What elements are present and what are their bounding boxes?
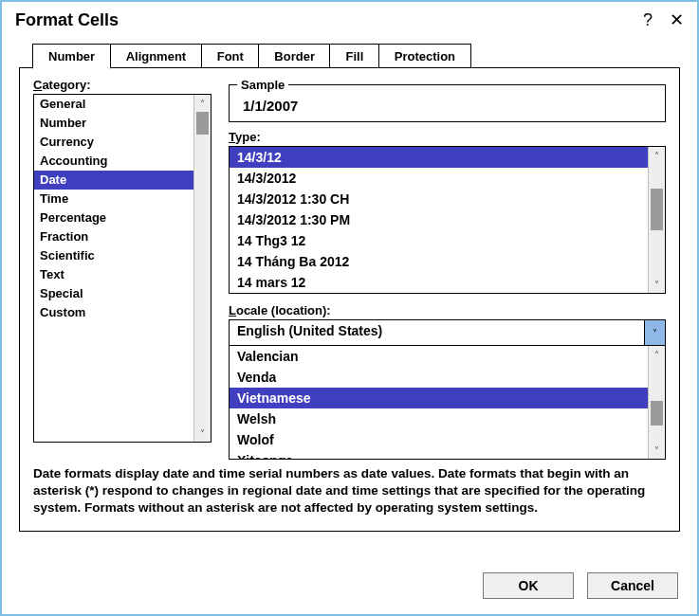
scroll-down-icon[interactable]: ˅ <box>194 425 211 442</box>
tab-border[interactable]: Border <box>258 44 331 67</box>
type-label: Type: <box>229 130 666 144</box>
ok-button[interactable]: OK <box>483 572 574 599</box>
category-scrollbar[interactable]: ˄ ˅ <box>193 95 211 442</box>
scroll-thumb[interactable] <box>651 401 663 426</box>
chevron-down-icon[interactable]: ˅ <box>644 320 665 345</box>
right-column: Sample 1/1/2007 Type: 14/3/1214/3/201214… <box>229 78 666 460</box>
sample-legend: Sample <box>237 78 288 92</box>
category-label-rest: ategory: <box>42 78 90 92</box>
category-item[interactable]: Custom <box>34 303 193 322</box>
category-item[interactable]: Percentage <box>34 208 193 227</box>
category-item[interactable]: Time <box>34 190 193 208</box>
locale-item[interactable]: Wolof <box>230 429 648 450</box>
type-scrollbar[interactable]: ˄ ˅ <box>648 147 665 293</box>
type-item[interactable]: 14/3/2012 1:30 CH <box>230 189 648 209</box>
tab-panel-number: Category: GeneralNumberCurrencyAccountin… <box>19 67 680 532</box>
tab-alignment[interactable]: Alignment <box>110 44 203 67</box>
help-button[interactable]: ? <box>643 10 653 30</box>
category-item[interactable]: Number <box>34 114 193 133</box>
category-column: Category: GeneralNumberCurrencyAccountin… <box>33 78 212 460</box>
category-item[interactable]: Fraction <box>34 227 193 246</box>
sample-groupbox: Sample 1/1/2007 <box>229 78 666 122</box>
type-label-rest: ype: <box>235 130 261 144</box>
category-label-accel: C <box>33 78 42 92</box>
scroll-thumb[interactable] <box>196 112 209 135</box>
category-label: Category: <box>33 78 212 92</box>
scroll-down-icon[interactable]: ˅ <box>649 276 665 293</box>
category-item[interactable]: Text <box>34 265 193 284</box>
locale-item[interactable]: Vietnamese <box>230 388 648 408</box>
type-item[interactable]: 14 Thg3 12 <box>230 230 648 251</box>
scroll-up-icon[interactable]: ˄ <box>649 147 665 164</box>
tab-strip: NumberAlignmentFontBorderFillProtection <box>32 44 680 67</box>
panel-columns: Category: GeneralNumberCurrencyAccountin… <box>33 78 666 460</box>
scroll-up-icon[interactable]: ˄ <box>194 95 211 112</box>
system-buttons: ? ✕ <box>643 9 684 30</box>
locale-combobox[interactable]: English (United States) ˅ <box>229 319 666 346</box>
cancel-button[interactable]: Cancel <box>587 572 678 599</box>
category-item[interactable]: Date <box>34 171 193 190</box>
locale-label-rest: ocale (location): <box>236 303 331 317</box>
sample-value: 1/1/2007 <box>237 94 657 119</box>
locale-label: Locale (location): <box>229 303 666 317</box>
locale-selected-value: English (United States) <box>230 320 644 345</box>
titlebar: Format Cells ? ✕ <box>2 2 697 34</box>
scroll-up-icon[interactable]: ˄ <box>649 346 665 363</box>
close-button[interactable]: ✕ <box>670 9 684 30</box>
type-item[interactable]: 14/3/12 <box>230 147 648 168</box>
scroll-down-icon[interactable]: ˅ <box>649 442 665 459</box>
type-label-accel: T <box>229 130 235 144</box>
category-item[interactable]: Accounting <box>34 152 193 171</box>
type-item[interactable]: 14 Tháng Ba 2012 <box>230 251 648 272</box>
dialog-buttons: OK Cancel <box>483 572 678 599</box>
type-item[interactable]: 14/3/2012 <box>230 168 648 189</box>
category-listbox[interactable]: GeneralNumberCurrencyAccountingDateTimeP… <box>33 94 212 443</box>
format-cells-dialog: Format Cells ? ✕ NumberAlignmentFontBord… <box>0 0 699 616</box>
type-item[interactable]: 14 mars 12 <box>230 272 648 293</box>
locale-scrollbar[interactable]: ˄ ˅ <box>648 346 665 459</box>
format-description: Date formats display date and time seria… <box>33 465 666 517</box>
type-item[interactable]: 14/3/2012 1:30 PM <box>230 209 648 230</box>
category-item[interactable]: Scientific <box>34 246 193 265</box>
locale-item[interactable]: Valencian <box>230 346 648 367</box>
dialog-title: Format Cells <box>15 10 119 30</box>
tab-fill[interactable]: Fill <box>329 44 379 67</box>
category-item[interactable]: General <box>34 95 193 114</box>
locale-label-accel: L <box>229 303 236 317</box>
category-item[interactable]: Special <box>34 284 193 303</box>
tab-number[interactable]: Number <box>32 44 111 69</box>
category-item[interactable]: Currency <box>34 133 193 152</box>
dialog-content: NumberAlignmentFontBorderFillProtection … <box>2 34 697 549</box>
locale-item[interactable]: Xitsonga <box>230 450 648 460</box>
scroll-thumb[interactable] <box>651 189 663 230</box>
locale-item[interactable]: Venda <box>230 367 648 388</box>
tab-font[interactable]: Font <box>201 44 260 67</box>
locale-dropdown-list[interactable]: ValencianVendaVietnameseWelshWolofXitson… <box>229 346 666 460</box>
tab-protection[interactable]: Protection <box>378 44 471 67</box>
type-listbox[interactable]: 14/3/1214/3/201214/3/2012 1:30 CH14/3/20… <box>229 146 666 294</box>
locale-item[interactable]: Welsh <box>230 408 648 429</box>
